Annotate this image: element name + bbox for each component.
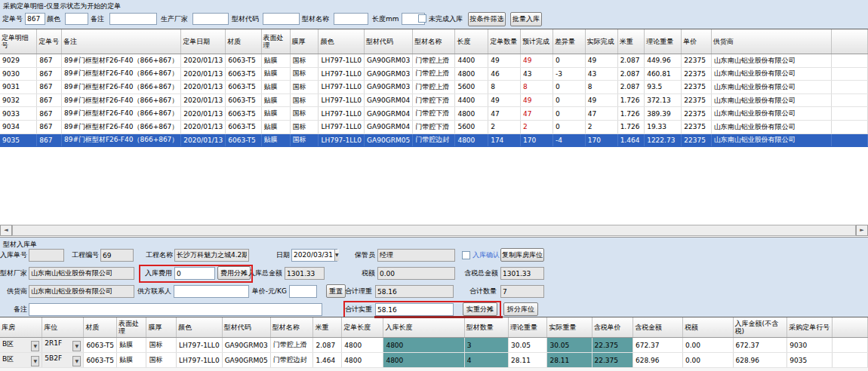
app-window: 采购定单明细-仅显示状态为开始的定单 定单号 颜色 备注 生产厂家 型材代码 型… (0, 0, 868, 371)
table-cell: 1.726 (617, 120, 645, 133)
unit-price-input[interactable] (289, 285, 317, 298)
table-cell (832, 133, 868, 147)
dropdown-icon[interactable]: ▼ (31, 341, 39, 351)
total-amount-field[interactable] (285, 267, 325, 280)
table-cell: 4800 (455, 133, 488, 147)
table-cell: 49 (521, 94, 553, 107)
purchase-order-row[interactable]: 903386789#门框型材F26-F40（866+867）2020/01/13… (0, 107, 868, 121)
total-theory-weight-field[interactable] (375, 285, 454, 298)
table-cell: 89#门框型材F26-F40（866+867） (61, 133, 180, 147)
filter-manufacturer-input[interactable] (192, 13, 229, 25)
table-cell: 贴膜 (261, 120, 290, 133)
filter-remark-input[interactable] (109, 13, 157, 25)
fee-share-button[interactable]: 费用分摊 (217, 266, 251, 280)
horizontal-scrollbar[interactable]: ◄ ► (0, 225, 868, 236)
table-cell: 1.726 (617, 107, 645, 121)
column-header: 入库金额(不含税) (733, 317, 787, 338)
purchase-order-row[interactable]: 903186789#门框型材F26-F40（866+867）2020/01/13… (0, 81, 868, 94)
total-actual-weight-input[interactable] (375, 303, 454, 316)
table-cell[interactable]: ▼B区 (0, 338, 42, 353)
purchase-order-row[interactable]: 902986789#门框型材F26-F40（866+867）2020/01/13… (0, 54, 868, 68)
table-cell[interactable]: ▼2R1F (42, 338, 84, 353)
table-cell: 国标 (290, 81, 319, 94)
column-header: 采购定单行号 (787, 317, 833, 338)
project-no-field[interactable] (100, 249, 134, 262)
table-cell: 6063-T5 (226, 81, 261, 94)
confirm-checkbox[interactable] (462, 251, 470, 259)
total-qty-field[interactable] (500, 285, 544, 298)
table-cell[interactable]: ▼5B2F (42, 353, 84, 368)
table-cell: 22.375 (592, 338, 633, 353)
table-cell: 门带腔上滑 (413, 81, 455, 94)
dropdown-icon[interactable]: ▼ (72, 356, 81, 366)
table-cell: 28.11 (547, 353, 592, 368)
inbound-length-highlight-line (374, 316, 503, 318)
reset-button[interactable]: 重置 (326, 284, 346, 298)
table-cell: 国标 (290, 54, 319, 68)
table-cell: 6063-T5 (84, 338, 117, 353)
table-cell: 30.05 (509, 338, 547, 353)
table-cell: 372.13 (645, 94, 682, 107)
calendar-dropdown-icon[interactable]: ▼ (334, 250, 339, 261)
table-cell: 867 (37, 81, 62, 94)
table-cell (833, 353, 868, 368)
factory-field[interactable] (29, 267, 134, 280)
table-cell: 2020/01/13 (181, 133, 226, 147)
table-cell: -3 (553, 67, 586, 81)
table-cell: 9033 (0, 107, 37, 121)
scrollbar-thumb[interactable] (12, 225, 856, 236)
project-name-field[interactable] (174, 249, 249, 262)
split-location-button[interactable]: 拆分库位 (503, 302, 538, 316)
inbound-items-table: 库房库位材质表面处理膜厚颜色型材代码型材名称米重定单长度入库长度型材数量理论重量… (0, 317, 868, 368)
table-cell: 贴膜 (261, 94, 290, 107)
table-cell: 9029 (0, 54, 37, 68)
table-cell[interactable]: ▼B区 (0, 353, 42, 368)
table-cell: 22375 (682, 120, 711, 133)
table-cell: 28.11 (509, 353, 547, 368)
filter-by-condition-button[interactable]: 按条件筛选 (468, 12, 506, 26)
copy-warehouse-location-button[interactable]: 复制库房库位 (500, 248, 544, 262)
supplier-field[interactable] (29, 285, 134, 298)
dropdown-icon[interactable]: ▼ (31, 356, 39, 366)
purchase-order-row[interactable]: 903286789#门框型材F26-F40（866+867）2020/01/13… (0, 94, 868, 107)
entry-fee-input[interactable] (174, 267, 215, 280)
tax-field[interactable] (377, 267, 455, 280)
total-with-tax-label: 含税总金额 (463, 266, 498, 281)
inbound-items-grid: 库房库位材质表面处理膜厚颜色型材代码型材名称米重定单长度入库长度型材数量理论重量… (0, 317, 868, 371)
filter-color-input[interactable] (65, 13, 88, 25)
table-cell: 0.00 (682, 353, 733, 368)
inbound-item-row[interactable]: ▼B区▼5B2F6063-T5贴膜国标LH797-1LL0GA90GRM05门带… (0, 353, 868, 368)
dropdown-icon[interactable]: ▼ (72, 341, 81, 351)
purchase-order-row[interactable]: 903086789#门框型材F26-F40（866+867）2020/01/13… (0, 67, 868, 81)
unfinished-checkbox[interactable] (418, 14, 426, 23)
purchase-order-row[interactable]: 903586789#门框型材F26-F40（866+867）2020/01/13… (0, 133, 868, 147)
note-input[interactable] (29, 303, 322, 316)
filter-profile-code-input[interactable] (263, 13, 300, 25)
table-cell (833, 338, 868, 353)
entry-no-field[interactable] (29, 249, 64, 262)
table-cell: GA90GRM05 (365, 133, 413, 147)
scroll-right-icon[interactable]: ► (856, 225, 868, 236)
filter-profile-name-input[interactable] (334, 13, 368, 25)
batch-inbound-button[interactable]: 批量入库 (510, 12, 542, 26)
purchase-order-row[interactable]: 903486789#门框型材F26-F40（866+867）2020/01/13… (0, 120, 868, 133)
date-label: 日期 (273, 248, 290, 262)
filter-length-label: 长度mm (372, 11, 399, 26)
column-header: 膜厚 (290, 29, 319, 54)
actual-weight-share-button[interactable]: 实重分摊 (463, 302, 497, 316)
column-header: 含税单价 (592, 317, 633, 338)
total-with-tax-field[interactable] (500, 267, 544, 280)
table-cell: GA90GRM04 (365, 120, 413, 133)
column-header: 供货商 (711, 29, 832, 54)
scroll-left-icon[interactable]: ◄ (0, 225, 12, 236)
column-header: 理论重量 (509, 317, 547, 338)
inbound-item-row[interactable]: ▼B区▼2R1F6063-T5贴膜国标LH797-1LL0GA90GRM03门带… (0, 338, 868, 353)
keeper-field[interactable] (377, 249, 455, 262)
date-picker[interactable]: 2020/03/31 ▼ (291, 249, 337, 262)
table-cell: 4400 (455, 94, 488, 107)
table-cell: 89#门框型材F26-F40（866+867） (61, 94, 180, 107)
filter-order-no-input[interactable] (25, 13, 45, 25)
table-cell: 8 (488, 81, 521, 94)
table-cell: 22375 (682, 67, 711, 81)
supplier-contact-input[interactable] (174, 285, 249, 298)
